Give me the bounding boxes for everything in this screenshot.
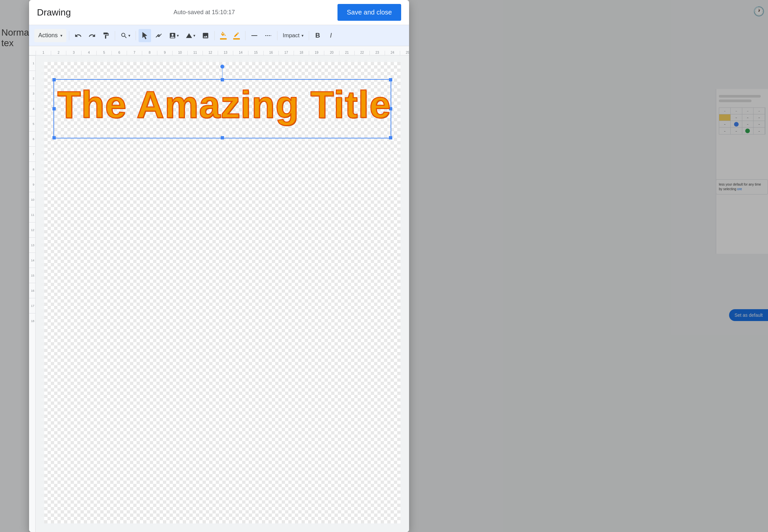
zoom-chevron: ▾ bbox=[128, 33, 130, 38]
svg-rect-2 bbox=[265, 35, 267, 36]
canvas-area: 1 2 3 4 5 6 7 8 9 10 11 12 13 14 15 16 1… bbox=[29, 55, 409, 532]
actions-chevron: ▾ bbox=[60, 33, 62, 38]
bold-button[interactable]: B bbox=[312, 29, 324, 42]
canvas-scroll[interactable]: The Amazing Title bbox=[36, 55, 409, 532]
font-name: Impact bbox=[283, 32, 300, 39]
image-icon bbox=[202, 32, 209, 39]
ruler-mark: 13 bbox=[218, 51, 233, 55]
ruler-left-mark: 17 bbox=[29, 298, 35, 313]
ruler-marks: 1 2 3 4 5 6 7 8 9 10 11 12 13 14 15 16 1… bbox=[36, 51, 409, 55]
autosave-status: Auto-saved at 15:10:17 bbox=[173, 9, 235, 16]
line-color-pencil-icon bbox=[233, 32, 240, 38]
amazing-title: The Amazing Title bbox=[54, 79, 391, 130]
ruler-mark: 22 bbox=[354, 51, 369, 55]
selection-line bbox=[222, 67, 223, 80]
ruler-mark: 16 bbox=[263, 51, 279, 55]
ruler-left-mark: 6 bbox=[29, 131, 35, 146]
ruler-mark: 24 bbox=[385, 51, 400, 55]
ruler-mark: 7 bbox=[127, 51, 142, 55]
ruler-mark: 1 bbox=[36, 51, 51, 55]
fill-color-bar bbox=[220, 38, 227, 40]
italic-label: I bbox=[330, 32, 332, 39]
ruler-mark: 23 bbox=[369, 51, 385, 55]
toolbar-separator-5 bbox=[245, 31, 246, 40]
ruler-mark: 14 bbox=[233, 51, 248, 55]
ruler-mark: 21 bbox=[339, 51, 354, 55]
fill-color-button[interactable] bbox=[218, 29, 229, 42]
ruler-left-mark: 5 bbox=[29, 116, 35, 131]
font-selector[interactable]: Impact ▾ bbox=[280, 29, 306, 42]
title-text-element[interactable]: The Amazing Title bbox=[54, 79, 391, 130]
ruler-mark: 25 bbox=[400, 51, 409, 55]
toolbar-separator-4 bbox=[215, 31, 215, 40]
image-button[interactable] bbox=[199, 29, 212, 42]
toolbar-separator-7 bbox=[309, 31, 309, 40]
toolbar-separator-6 bbox=[277, 31, 278, 40]
ruler-mark: 11 bbox=[187, 51, 203, 55]
ruler-left-mark: 14 bbox=[29, 252, 35, 268]
word-art-icon bbox=[155, 32, 162, 39]
ruler-left-mark: 11 bbox=[29, 207, 35, 222]
ruler-left-mark: 13 bbox=[29, 237, 35, 252]
ruler-mark: 12 bbox=[203, 51, 218, 55]
ruler-left-mark: 8 bbox=[29, 162, 35, 177]
ruler-mark: 18 bbox=[294, 51, 309, 55]
ruler-mark: 6 bbox=[111, 51, 127, 55]
fill-color-icon bbox=[220, 32, 227, 40]
italic-button[interactable]: I bbox=[325, 29, 337, 42]
toolbar-separator-1 bbox=[69, 31, 69, 40]
svg-rect-4 bbox=[269, 35, 270, 36]
ruler-mark: 2 bbox=[51, 51, 66, 55]
canvas-content: The Amazing Title bbox=[44, 62, 400, 523]
line-icon bbox=[169, 32, 176, 39]
ruler-mark: 17 bbox=[279, 51, 294, 55]
redo-icon bbox=[88, 32, 96, 39]
shape-icon bbox=[185, 32, 193, 39]
save-close-button[interactable]: Save and close bbox=[338, 4, 401, 21]
redo-button[interactable] bbox=[86, 29, 98, 42]
ruler-left-mark: 1 bbox=[29, 55, 35, 71]
ruler-mark: 9 bbox=[157, 51, 172, 55]
line-button[interactable]: ▾ bbox=[166, 29, 181, 42]
ruler-left-mark: 16 bbox=[29, 283, 35, 298]
ruler-left-mark: 2 bbox=[29, 71, 35, 86]
select-button[interactable] bbox=[138, 29, 151, 42]
ruler-left-mark: 7 bbox=[29, 146, 35, 162]
ruler-left-mark: 18 bbox=[29, 313, 35, 328]
actions-button[interactable]: Actions ▾ bbox=[34, 29, 66, 42]
zoom-icon bbox=[120, 32, 128, 39]
ruler-mark: 8 bbox=[142, 51, 157, 55]
undo-button[interactable] bbox=[72, 29, 84, 42]
svg-rect-1 bbox=[251, 35, 257, 36]
line-color-button[interactable] bbox=[231, 29, 243, 42]
rotation-handle[interactable] bbox=[221, 65, 224, 69]
line-chevron: ▾ bbox=[177, 33, 179, 38]
ruler-left-mark: 9 bbox=[29, 177, 35, 192]
line-color-icon bbox=[233, 32, 240, 40]
dash-style-button[interactable] bbox=[262, 29, 275, 42]
toolbar-separator-3 bbox=[135, 31, 136, 40]
line-color-bar bbox=[233, 38, 240, 40]
line-style-button[interactable] bbox=[248, 29, 261, 42]
ruler-mark: 5 bbox=[96, 51, 111, 55]
zoom-button[interactable]: ▾ bbox=[118, 29, 133, 42]
ruler-mark: 3 bbox=[66, 51, 81, 55]
ruler-left-mark: 10 bbox=[29, 192, 35, 207]
ruler-left: 1 2 3 4 5 6 7 8 9 10 11 12 13 14 15 16 1… bbox=[29, 55, 36, 532]
ruler-mark: 19 bbox=[309, 51, 324, 55]
word-art-button[interactable] bbox=[152, 29, 165, 42]
ruler-left-mark: 3 bbox=[29, 86, 35, 101]
ruler-mark: 10 bbox=[172, 51, 187, 55]
toolbar-separator-2 bbox=[115, 31, 115, 40]
paint-format-button[interactable] bbox=[100, 29, 112, 42]
ruler-mark: 15 bbox=[248, 51, 263, 55]
toolbar: Actions ▾ ▾ bbox=[29, 25, 409, 46]
undo-icon bbox=[74, 32, 82, 39]
shape-button[interactable]: ▾ bbox=[183, 29, 198, 42]
handle-bottom-right[interactable] bbox=[389, 136, 392, 139]
paint-format-icon bbox=[102, 32, 109, 39]
handle-bottom-mid[interactable] bbox=[221, 136, 224, 139]
actions-label: Actions bbox=[38, 32, 58, 39]
handle-bottom-left[interactable] bbox=[52, 136, 56, 139]
ruler-left-mark: 15 bbox=[29, 268, 35, 283]
